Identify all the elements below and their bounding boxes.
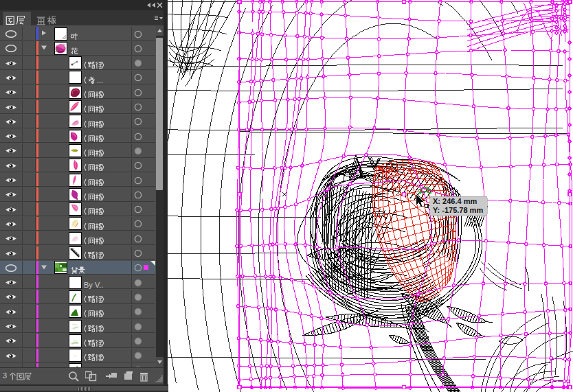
svg-text:Y: -175.78 mm: Y: -175.78 mm xyxy=(433,206,483,214)
svg-text:X: 246.4 mm: X: 246.4 mm xyxy=(433,197,477,205)
